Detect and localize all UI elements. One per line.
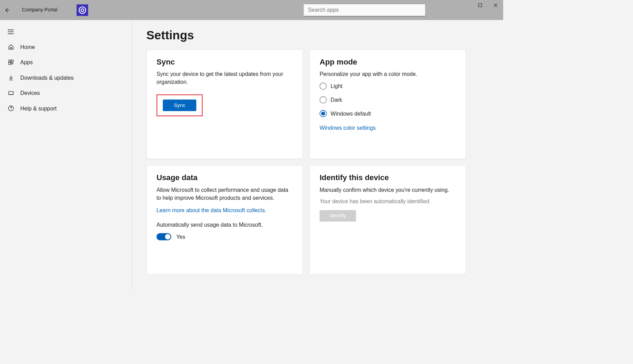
sidebar-item-downloads[interactable]: Downloads & updates — [0, 70, 132, 86]
card-identify-device: Identify this device Manually confirm wh… — [309, 165, 466, 274]
svg-rect-6 — [9, 91, 13, 95]
radio-icon — [319, 96, 327, 104]
identify-status: Your device has been automatically ident… — [319, 198, 455, 205]
app-title: Company Portal — [22, 7, 58, 13]
radio-icon — [319, 110, 327, 117]
sidebar-item-label: Home — [20, 44, 35, 50]
page-title: Settings — [146, 28, 490, 42]
toggle-state-label: Yes — [176, 234, 185, 240]
toggle-knob — [165, 234, 171, 239]
radio-label: Light — [330, 83, 342, 89]
identify-button: Identify — [319, 210, 356, 222]
sidebar-item-home[interactable]: Home — [0, 39, 132, 55]
sidebar-item-label: Downloads & updates — [20, 75, 74, 81]
svg-point-0 — [79, 7, 86, 13]
svg-rect-4 — [11, 60, 13, 62]
card-title: Usage data — [156, 173, 292, 182]
sidebar-item-apps[interactable]: Apps — [0, 55, 132, 70]
maximize-icon — [478, 3, 482, 7]
card-description: Manually confirm which device you're cur… — [319, 186, 455, 194]
highlight-annotation: Sync — [156, 94, 203, 116]
company-portal-icon — [78, 6, 87, 14]
card-description: Sync your device to get the latest updat… — [156, 70, 292, 86]
windows-color-settings-link[interactable]: Windows color settings — [319, 125, 376, 131]
sidebar-item-label: Help & support — [20, 105, 57, 111]
radio-dark[interactable]: Dark — [319, 96, 455, 104]
back-button[interactable] — [0, 0, 14, 20]
radio-label: Dark — [330, 97, 342, 103]
card-title: Sync — [156, 58, 292, 66]
svg-rect-2 — [479, 3, 482, 7]
app-logo — [77, 4, 88, 16]
home-icon — [8, 43, 14, 50]
hamburger-button[interactable] — [0, 26, 132, 39]
close-icon — [493, 3, 497, 7]
arrow-left-icon — [4, 7, 10, 13]
download-icon — [8, 74, 14, 81]
card-description: Personalize your app with a color mode. — [319, 70, 455, 78]
apps-icon — [8, 59, 14, 66]
sidebar-item-label: Devices — [20, 90, 40, 96]
toggle-description: Automatically send usage data to Microso… — [156, 221, 292, 229]
sidebar-item-help[interactable]: Help & support — [0, 101, 132, 116]
radio-windows-default[interactable]: Windows default — [319, 110, 455, 117]
card-app-mode: App mode Personalize your app with a col… — [309, 50, 466, 159]
search-input[interactable] — [303, 4, 425, 17]
window-controls — [472, 0, 503, 10]
card-title: App mode — [319, 58, 455, 66]
sidebar-item-devices[interactable]: Devices — [0, 85, 132, 101]
svg-rect-3 — [9, 60, 11, 62]
card-usage-data: Usage data Allow Microsoft to collect pe… — [146, 165, 303, 274]
radio-light[interactable]: Light — [319, 82, 455, 90]
sidebar: Home Apps Downloads & updates Devices He… — [0, 20, 133, 289]
card-description: Allow Microsoft to collect performance a… — [156, 186, 292, 202]
radio-label: Windows default — [330, 110, 371, 117]
usage-toggle[interactable] — [156, 233, 171, 240]
sidebar-item-label: Apps — [20, 59, 33, 65]
card-sync: Sync Sync your device to get the latest … — [146, 50, 303, 159]
close-button[interactable] — [488, 0, 503, 10]
svg-point-1 — [81, 9, 84, 11]
help-icon — [8, 105, 14, 111]
content-area: Settings Sync Sync your device to get th… — [133, 20, 503, 289]
maximize-button[interactable] — [472, 0, 488, 10]
devices-icon — [8, 90, 14, 96]
svg-rect-5 — [9, 62, 11, 65]
titlebar: Company Portal — [0, 0, 503, 20]
radio-icon — [319, 82, 327, 90]
card-title: Identify this device — [319, 173, 455, 182]
hamburger-icon — [8, 29, 13, 34]
learn-more-link[interactable]: Learn more about the data Microsoft coll… — [156, 207, 266, 214]
sync-button[interactable]: Sync — [163, 100, 196, 111]
